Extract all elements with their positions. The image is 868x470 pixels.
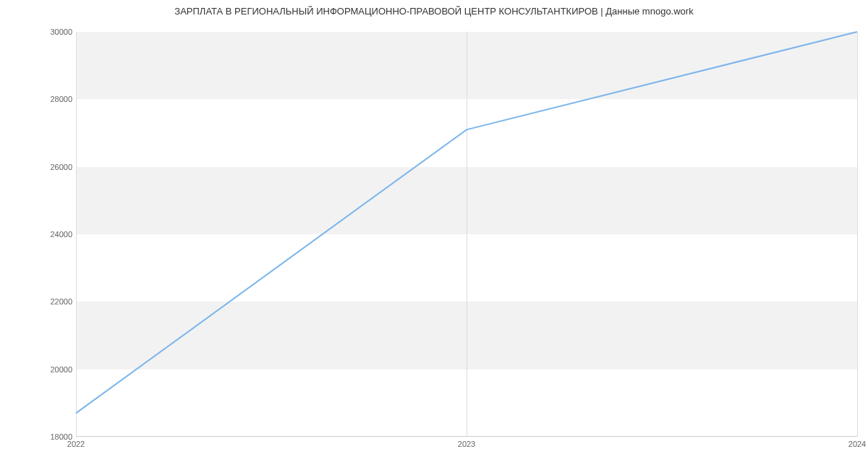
chart-title: ЗАРПЛАТА В РЕГИОНАЛЬНЫЙ ИНФОРМАЦИОННО-ПР… [0,0,868,17]
x-tick-label: 2022 [67,440,85,448]
x-tick-label: 2023 [458,440,475,448]
line-series [76,32,857,437]
series-line [76,32,857,413]
y-tick-label: 28000 [29,95,72,103]
y-tick-label: 30000 [29,27,72,36]
y-tick-label: 24000 [29,230,72,239]
grid-line-vertical [857,32,858,437]
x-tick-label: 2024 [848,440,866,448]
y-tick-label: 20000 [29,365,72,374]
y-tick-label: 22000 [29,297,72,306]
y-tick-label: 26000 [29,163,72,171]
plot-area [76,32,857,437]
y-tick-label: 18000 [29,432,72,441]
